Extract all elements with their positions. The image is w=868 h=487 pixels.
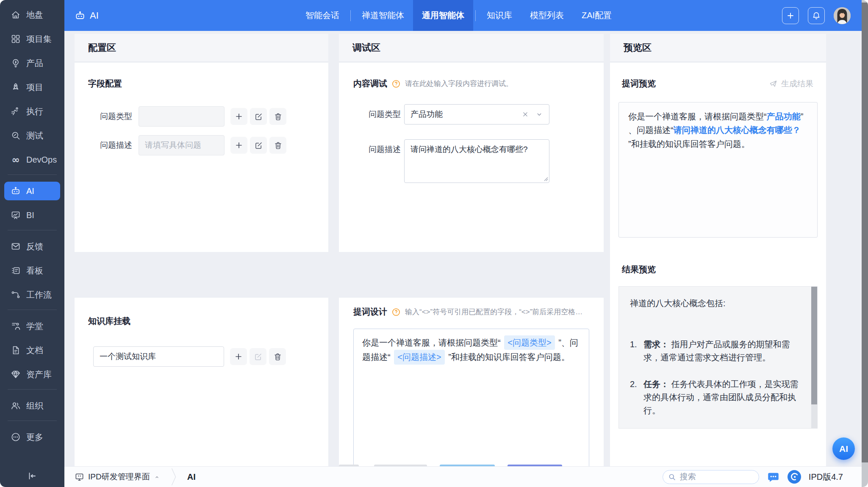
search-icon <box>668 473 676 481</box>
tab-知识库[interactable]: 知识库 <box>478 0 521 31</box>
sidebar: 地盘项目集产品项目执行测试∞DevOpsAIBI反馈看板工作流学堂文档资产库组织… <box>0 0 64 487</box>
page-scrollbar[interactable] <box>862 0 868 487</box>
edit-field-button[interactable] <box>250 137 267 154</box>
result-preview-box: 禅道的八大核心概念包括: 1.需求： 指用户对产品或服务的期望和需求，通常通过需… <box>618 286 818 429</box>
rocket-icon <box>10 82 21 93</box>
resize-handle-icon[interactable] <box>544 177 548 181</box>
edit-kb-button[interactable] <box>250 348 266 365</box>
sidebar-item-DevOps[interactable]: ∞DevOps <box>4 150 60 169</box>
tab-通用智能体[interactable]: 通用智能体 <box>413 0 473 31</box>
highlighted-value: 请问禅道的八大核心概念有哪些？ <box>674 125 801 135</box>
plus-icon <box>234 112 244 121</box>
search-input[interactable] <box>680 472 743 481</box>
app-window: 地盘项目集产品项目执行测试∞DevOpsAIBI反馈看板工作流学堂文档资产库组织… <box>0 0 868 487</box>
content-debug-help: 请在此处输入字段内容进行调试。 <box>405 79 513 89</box>
sidebar-item-label: 地盘 <box>26 9 43 21</box>
sidebar-item-产品[interactable]: 产品 <box>4 54 60 72</box>
sidebar-item-label: 资产库 <box>26 369 52 380</box>
sidebar-item-更多[interactable]: 更多 <box>4 428 60 446</box>
field-value-input[interactable] <box>139 135 225 155</box>
result-scrollbar[interactable] <box>811 287 817 428</box>
sidebar-item-执行[interactable]: 执行 <box>4 102 60 121</box>
tab-模型列表[interactable]: 模型列表 <box>521 0 573 31</box>
plus-field-button[interactable] <box>230 137 247 154</box>
sidebar-item-项目[interactable]: 项目 <box>4 78 60 97</box>
tab-ZAI配置[interactable]: ZAI配置 <box>573 0 621 31</box>
trash-field-button[interactable] <box>269 108 286 125</box>
result-preview-title: 结果预览 <box>622 264 826 275</box>
sidebar-item-label: 产品 <box>26 58 43 69</box>
sidebar-divider <box>8 310 57 310</box>
sidebar-item-AI[interactable]: AI <box>4 182 60 200</box>
trash-field-button[interactable] <box>269 137 286 154</box>
chevron-down-icon[interactable] <box>535 111 543 118</box>
sidebar-item-反馈[interactable]: 反馈 <box>4 237 60 256</box>
chart-board-icon <box>10 210 21 221</box>
edit-field-button[interactable] <box>250 108 267 125</box>
notifications-button[interactable] <box>808 7 825 24</box>
chat-bubble-icon[interactable] <box>767 470 780 484</box>
ai-assistant-fab[interactable]: AI <box>832 437 855 460</box>
sidebar-divider <box>8 174 57 175</box>
breadcrumb-space-label[interactable]: IPD研发管理界面 <box>88 471 150 482</box>
result-item: 2.任务： 任务代表具体的工作项，是实现需求的具体行动，通常由团队成员分配和执行… <box>630 378 799 417</box>
clear-icon[interactable] <box>521 111 529 118</box>
page-scrollbar-thumb[interactable] <box>862 3 868 462</box>
sidebar-item-组织[interactable]: 组织 <box>4 396 60 415</box>
edit-icon <box>254 112 263 121</box>
field-value-input[interactable] <box>139 106 225 127</box>
footer-right: IPD版4.7 <box>663 470 843 484</box>
sidebar-item-label: 看板 <box>26 265 43 277</box>
prompt-editor[interactable]: 你是一个禅道客服，请根据问题类型“ <问题类型> ”、问题描述“ <问题描述> … <box>353 329 589 468</box>
plus-field-button[interactable] <box>230 108 247 125</box>
infinity-icon: ∞ <box>10 154 21 165</box>
sidebar-item-测试[interactable]: 测试 <box>4 126 60 145</box>
config-column: 配置区 字段配置 问题类型问题描述 知识库挂载 <box>75 34 328 466</box>
sidebar-item-地盘[interactable]: 地盘 <box>4 6 60 24</box>
result-list: 1.需求： 指用户对产品或服务的期望和需求，通常通过需求文档进行管理。2.任务：… <box>630 338 799 429</box>
version-label: IPD版4.7 <box>809 471 843 483</box>
config-column-title: 配置区 <box>88 42 116 54</box>
sidebar-item-label: 项目集 <box>26 33 52 45</box>
nav-tabs: 智能会话禅道智能体通用智能体知识库模型列表ZAI配置 <box>297 0 621 31</box>
caret-up-icon[interactable] <box>154 474 160 480</box>
tab-禅道智能体[interactable]: 禅道智能体 <box>353 0 413 31</box>
sidebar-item-label: 执行 <box>26 106 43 117</box>
plus-kb-button[interactable] <box>230 348 247 365</box>
sidebar-item-文档[interactable]: 文档 <box>4 341 60 360</box>
field-token: <问题描述> <box>394 350 444 364</box>
collapse-sidebar-icon[interactable] <box>27 471 37 481</box>
add-button[interactable] <box>782 7 799 24</box>
trash-icon <box>274 112 283 121</box>
edit-icon <box>254 141 263 150</box>
field-label: 问题类型 <box>88 111 132 122</box>
avatar[interactable] <box>834 7 851 24</box>
question-desc-textarea[interactable]: 请问禅道的八大核心概念有哪些? <box>404 139 549 183</box>
search-box[interactable] <box>663 470 759 484</box>
plus-icon <box>234 352 243 361</box>
prompt-design-help: 输入“<>”符号可引用已配置的字段，“<>”前后采用空格… <box>405 307 582 317</box>
top-navbar: AI 智能会话禅道智能体通用智能体知识库模型列表ZAI配置 <box>64 0 862 31</box>
breadcrumb-separator-icon <box>171 468 177 486</box>
sidebar-item-BI[interactable]: BI <box>4 206 60 224</box>
question-type-select[interactable]: 产品功能 <box>404 104 549 125</box>
robot-icon <box>10 185 21 196</box>
zentao-logo-icon[interactable] <box>788 470 801 484</box>
result-item-number: 1. <box>630 338 637 351</box>
sidebar-item-看板[interactable]: 看板 <box>4 261 60 280</box>
config-column-header: 配置区 <box>75 34 328 62</box>
generate-result-button[interactable]: 生成结果 <box>769 78 813 89</box>
sidebar-item-项目集[interactable]: 项目集 <box>4 30 60 48</box>
sidebar-item-label: 学堂 <box>26 321 43 332</box>
prompt-preview-box: 你是一个禅道客服，请根据问题类型“产品功能” 、问题描述“请问禅道的八大核心概念… <box>618 102 818 238</box>
nav-actions <box>782 0 851 31</box>
sidebar-item-学堂[interactable]: 学堂 <box>4 317 60 335</box>
tab-智能会话[interactable]: 智能会话 <box>297 0 348 31</box>
kb-name-input[interactable] <box>93 346 224 367</box>
trash-kb-button[interactable] <box>269 348 286 365</box>
sidebar-item-工作流[interactable]: 工作流 <box>4 285 60 304</box>
sidebar-item-资产库[interactable]: 资产库 <box>4 365 60 384</box>
trash-icon <box>274 141 283 150</box>
tab-separator <box>475 10 476 21</box>
highlighted-value: 产品功能 <box>767 112 801 121</box>
